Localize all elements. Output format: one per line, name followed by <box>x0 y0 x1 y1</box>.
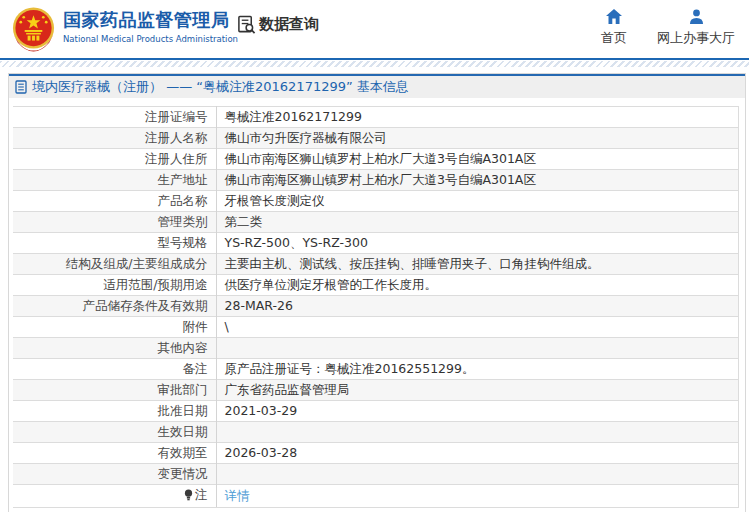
detail-table-wrap: 注册证编号 粤械注准20162171299 注册人名称 佛山市匀升医疗器械有限公… <box>9 98 745 508</box>
row-value: \ <box>216 317 739 338</box>
row-label: 注 <box>13 485 216 508</box>
row-value: 牙根管长度测定仪 <box>216 191 739 212</box>
row-value <box>216 422 739 443</box>
row-label: 产品名称 <box>13 191 216 212</box>
table-row: 备注 原产品注册证号：粤械注准20162551299。 <box>13 359 739 380</box>
row-label: 产品储存条件及有效期 <box>13 296 216 317</box>
row-label: 有效期至 <box>13 443 216 464</box>
decorative-hatch-strip <box>0 61 749 67</box>
nav-home-label: 首页 <box>601 29 627 47</box>
china-emblem-icon <box>10 5 57 53</box>
row-value: 主要由主机、测试线、按压挂钩、排唾管用夹子、口角挂钩件组成。 <box>216 254 739 275</box>
site-header: 国家药品监督管理局 National Medical Products Admi… <box>0 0 749 58</box>
row-label: 备注 <box>13 359 216 380</box>
row-label: 适用范围/预期用途 <box>13 275 216 296</box>
registration-detail-table: 注册证编号 粤械注准20162171299 注册人名称 佛山市匀升医疗器械有限公… <box>13 106 739 508</box>
table-row: 变更情况 <box>13 464 739 485</box>
bulb-icon <box>184 489 193 501</box>
row-label: 生产地址 <box>13 170 216 191</box>
row-value: 原产品注册证号：粤械注准20162551299。 <box>216 359 739 380</box>
row-value: 供医疗单位测定牙根管的工作长度用。 <box>216 275 739 296</box>
note-label-text: 注 <box>195 485 208 505</box>
table-row: 其他内容 <box>13 338 739 359</box>
document-icon <box>15 80 27 94</box>
row-value: 佛山市南海区狮山镇罗村上柏水厂大道3号自编A301A区 <box>216 149 739 170</box>
content-panel: 境内医疗器械（注册） —— “粤械注准20162171299” 基本信息 注册证… <box>8 73 746 512</box>
section-title-bar: 境内医疗器械（注册） —— “粤械注准20162171299” 基本信息 <box>9 74 745 98</box>
row-value: 粤械注准20162171299 <box>216 107 739 128</box>
row-value <box>216 464 739 485</box>
data-query-button[interactable]: 数据查询 <box>237 15 319 34</box>
row-label: 型号规格 <box>13 233 216 254</box>
nav-hall-label: 网上办事大厅 <box>657 29 735 47</box>
table-row: 有效期至 2026-03-28 <box>13 443 739 464</box>
agency-name-en: National Medical Products Administration <box>63 34 238 44</box>
row-label: 变更情况 <box>13 464 216 485</box>
row-value: 第二类 <box>216 212 739 233</box>
details-link[interactable]: 详情 <box>225 488 250 503</box>
row-label: 生效日期 <box>13 422 216 443</box>
table-row: 注册人名称 佛山市匀升医疗器械有限公司 <box>13 128 739 149</box>
table-row: 管理类别 第二类 <box>13 212 739 233</box>
row-label: 注册人住所 <box>13 149 216 170</box>
row-value: 详情 <box>216 485 739 508</box>
row-label: 其他内容 <box>13 338 216 359</box>
row-value: 28-MAR-26 <box>216 296 739 317</box>
table-row: 注册人住所 佛山市南海区狮山镇罗村上柏水厂大道3号自编A301A区 <box>13 149 739 170</box>
row-value: 2021-03-29 <box>216 401 739 422</box>
row-value: 广东省药品监督管理局 <box>216 380 739 401</box>
header-nav: 首页 网上办事大厅 <box>601 9 735 47</box>
row-label: 注册证编号 <box>13 107 216 128</box>
row-label: 审批部门 <box>13 380 216 401</box>
row-label: 附件 <box>13 317 216 338</box>
table-row: 生产地址 佛山市南海区狮山镇罗村上柏水厂大道3号自编A301A区 <box>13 170 739 191</box>
row-label: 结构及组成/主要组成成分 <box>13 254 216 275</box>
data-query-label: 数据查询 <box>259 15 319 34</box>
row-value: YS-RZ-500、YS-RZ-300 <box>216 233 739 254</box>
table-row: 批准日期 2021-03-29 <box>13 401 739 422</box>
header-divider-line <box>0 58 749 60</box>
table-row: 适用范围/预期用途 供医疗单位测定牙根管的工作长度用。 <box>13 275 739 296</box>
table-row: 产品名称 牙根管长度测定仪 <box>13 191 739 212</box>
row-label: 管理类别 <box>13 212 216 233</box>
table-row: 审批部门 广东省药品监督管理局 <box>13 380 739 401</box>
table-row: 结构及组成/主要组成成分 主要由主机、测试线、按压挂钩、排唾管用夹子、口角挂钩件… <box>13 254 739 275</box>
nav-home[interactable]: 首页 <box>601 9 627 47</box>
row-label: 批准日期 <box>13 401 216 422</box>
row-label: 注册人名称 <box>13 128 216 149</box>
user-icon <box>689 9 704 24</box>
table-row: 附件 \ <box>13 317 739 338</box>
row-value: 佛山市匀升医疗器械有限公司 <box>216 128 739 149</box>
row-value: 2026-03-28 <box>216 443 739 464</box>
national-emblem-logo[interactable] <box>10 5 57 53</box>
table-row-note: 注 详情 <box>13 485 739 508</box>
doc-search-icon <box>237 15 256 34</box>
row-value <box>216 338 739 359</box>
page-title: 境内医疗器械（注册） —— “粤械注准20162171299” 基本信息 <box>32 78 409 96</box>
table-row: 生效日期 <box>13 422 739 443</box>
agency-title-block[interactable]: 国家药品监督管理局 National Medical Products Admi… <box>63 9 238 44</box>
row-value: 佛山市南海区狮山镇罗村上柏水厂大道3号自编A301A区 <box>216 170 739 191</box>
home-icon <box>606 9 622 24</box>
table-row: 产品储存条件及有效期 28-MAR-26 <box>13 296 739 317</box>
agency-name: 国家药品监督管理局 <box>63 9 238 31</box>
nav-online-hall[interactable]: 网上办事大厅 <box>657 9 735 47</box>
table-row: 注册证编号 粤械注准20162171299 <box>13 107 739 128</box>
table-row: 型号规格 YS-RZ-500、YS-RZ-300 <box>13 233 739 254</box>
